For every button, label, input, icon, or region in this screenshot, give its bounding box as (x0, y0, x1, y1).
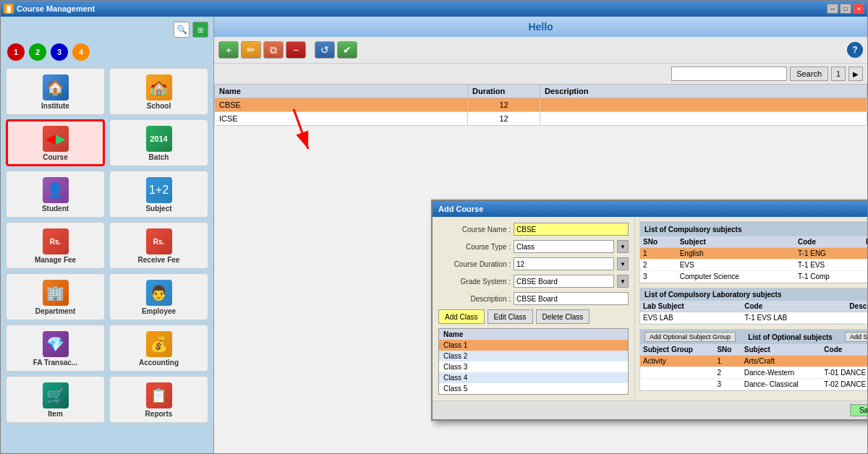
maximize-button[interactable]: □ (840, 4, 851, 14)
badge-2[interactable]: 2 (29, 43, 46, 61)
sidebar-item-student[interactable]: 👤 Student (6, 171, 105, 218)
sidebar-item-employee[interactable]: 👨 Employee (109, 273, 208, 320)
sidebar-label-fatransac: FA Transac... (33, 359, 77, 367)
add-optional-group-button[interactable]: Add Optional Subject Group (644, 332, 736, 342)
sidebar-item-accounting[interactable]: 💰 Accounting (109, 325, 208, 372)
course-name-label: Course Name : (438, 226, 511, 234)
sidebar: 🔍 ⊞ 1 2 3 4 🏠 Institute 🏫 School (1, 17, 214, 453)
col-header-name: Name (215, 85, 468, 98)
sidebar-label-accounting: Accounting (139, 359, 179, 367)
search-bar: Search 1 ▶ (214, 64, 867, 84)
compulsory-lab-header: List of Compulsory Laboratory subjects (640, 288, 867, 301)
class-list-item[interactable]: Class 4 (439, 372, 628, 383)
sidebar-item-reports[interactable]: 📋 Reports (109, 376, 208, 423)
reports-icon: 📋 (146, 382, 172, 408)
table-row[interactable]: 3 Computer Science T-1 Comp (640, 271, 867, 283)
sidebar-item-subject[interactable]: 1+2 Subject (109, 171, 208, 218)
help-button[interactable]: ? (847, 42, 863, 58)
dialog-title-bar: Add Course ✕ (433, 201, 867, 217)
search-input[interactable] (671, 67, 787, 81)
sidebar-label-employee: Employee (142, 307, 176, 315)
accounting-icon: 💰 (146, 331, 172, 357)
table-row[interactable]: EVS LAB T-1 EVS LAB (640, 312, 867, 324)
sidebar-search-icon[interactable]: 🔍 (174, 22, 190, 38)
table-row[interactable]: Activity 1 Arts/Craft (640, 356, 867, 367)
copy-button[interactable]: ⧉ (263, 41, 284, 59)
table-row[interactable]: ICSE 12 (215, 112, 867, 126)
optional-subjects-title: List of Optional subjects (748, 333, 833, 341)
description-input[interactable] (514, 292, 629, 305)
hello-text: Hello (528, 21, 553, 33)
badge-4[interactable]: 4 (72, 43, 90, 61)
add-to-group-button[interactable]: Add Subject to existing Group (845, 332, 867, 342)
table-row[interactable]: 1 English T-1 ENG (640, 248, 867, 260)
sidebar-item-fatransac[interactable]: 💎 FA Transac... (6, 325, 105, 372)
class-list-header: Name (439, 329, 628, 340)
grade-system-input[interactable] (514, 275, 614, 288)
table-row[interactable]: 2 Dance-Western T-01 DANCE (640, 367, 867, 379)
course-type-dropdown[interactable]: ▼ (617, 240, 629, 253)
grade-system-dropdown[interactable]: ▼ (617, 275, 629, 288)
sidebar-item-institute[interactable]: 🏠 Institute (6, 68, 105, 115)
col-subject: Subject (741, 344, 822, 356)
compulsory-subjects-section: List of Compulsory subjects Add Subject … (639, 221, 867, 283)
sidebar-item-managefee[interactable]: Rs. Manage Fee (6, 222, 105, 269)
sidebar-item-course[interactable]: ◀▶ Course (6, 119, 105, 166)
class-list-item[interactable]: Class 3 (439, 361, 628, 372)
badge-3[interactable]: 3 (51, 43, 68, 61)
minimize-button[interactable]: ─ (827, 4, 838, 14)
optional-subjects-section: Add Optional Subject Group List of Optio… (639, 329, 867, 391)
compulsory-lab-title: List of Compulsory Laboratory subjects (644, 291, 781, 299)
table-row[interactable]: 3 Dance- Classical T-02 DANCE (640, 379, 867, 390)
delete-button[interactable]: − (286, 41, 306, 59)
class-list-item[interactable]: Class 5 (439, 383, 628, 394)
badge-1[interactable]: 1 (7, 43, 25, 61)
nav-prev-button[interactable]: 1 (831, 67, 846, 81)
cell-name: ICSE (215, 112, 468, 126)
sidebar-item-item[interactable]: 🛒 Item (6, 376, 105, 423)
sidebar-item-batch[interactable]: 2014 Batch (109, 119, 208, 166)
class-list-item[interactable]: Class 2 (439, 351, 628, 361)
sidebar-item-department[interactable]: 🏢 Department (6, 273, 105, 320)
course-type-input[interactable] (514, 240, 614, 253)
badge-row: 1 2 3 4 (4, 43, 210, 61)
course-type-row: Course Type : ▼ (438, 240, 629, 253)
subjects-panel: List of Compulsory subjects Add Subject … (635, 217, 867, 401)
school-icon: 🏫 (146, 74, 172, 100)
receivefee-icon: Rs. (146, 228, 172, 254)
subject-icon: 1+2 (146, 177, 172, 203)
sidebar-label-batch: Batch (149, 153, 169, 161)
col-lab-subject: Lab Subject (640, 301, 741, 312)
dialog-save-button[interactable]: Save (F1) (850, 404, 867, 416)
table-row[interactable]: CBSE 12 (215, 98, 867, 112)
table-row[interactable]: 2 EVS T-1 EVS (640, 260, 867, 271)
edit-button[interactable]: ✏ (241, 41, 261, 59)
class-list-item[interactable]: Class 1 (439, 340, 628, 351)
description-label: Description : (438, 295, 511, 303)
sidebar-label-course: Course (43, 153, 67, 161)
close-button[interactable]: ✕ (853, 4, 864, 14)
add-class-button[interactable]: Add Class (438, 309, 485, 324)
sidebar-item-receivefee[interactable]: Rs. Receive Fee (109, 222, 208, 269)
sidebar-label-school: School (147, 102, 171, 110)
nav-next-button[interactable]: ▶ (848, 67, 863, 81)
title-bar: ▐▌ Course Management ─ □ ✕ (1, 1, 867, 17)
edit-class-button[interactable]: Edit Class (488, 309, 533, 324)
compulsory-subjects-table: SNo Subject Code Description 1 (640, 236, 867, 283)
delete-class-button[interactable]: Delete Class (536, 309, 590, 324)
refresh-button[interactable]: ↺ (315, 41, 335, 59)
course-name-input[interactable] (514, 223, 629, 236)
search-button[interactable]: Search (790, 67, 828, 81)
sidebar-grid-icon[interactable]: ⊞ (192, 22, 208, 38)
cell-description (540, 98, 867, 112)
title-bar-left: ▐▌ Course Management (4, 4, 95, 14)
save-button[interactable]: ✔ (337, 41, 357, 59)
sidebar-item-school[interactable]: 🏫 School (109, 68, 208, 115)
right-panel: Hello + ✏ ⧉ − ↺ ✔ ? Search 1 ▶ (214, 17, 867, 453)
course-table: Name Duration Description CBSE 12 (214, 84, 867, 126)
add-button[interactable]: + (218, 41, 239, 59)
dialog-body: Course Name : Course Type : ▼ Course Dur… (433, 217, 867, 401)
course-duration-input[interactable] (514, 257, 614, 270)
sidebar-label-reports: Reports (145, 410, 173, 418)
course-duration-dropdown[interactable]: ▼ (617, 257, 629, 270)
